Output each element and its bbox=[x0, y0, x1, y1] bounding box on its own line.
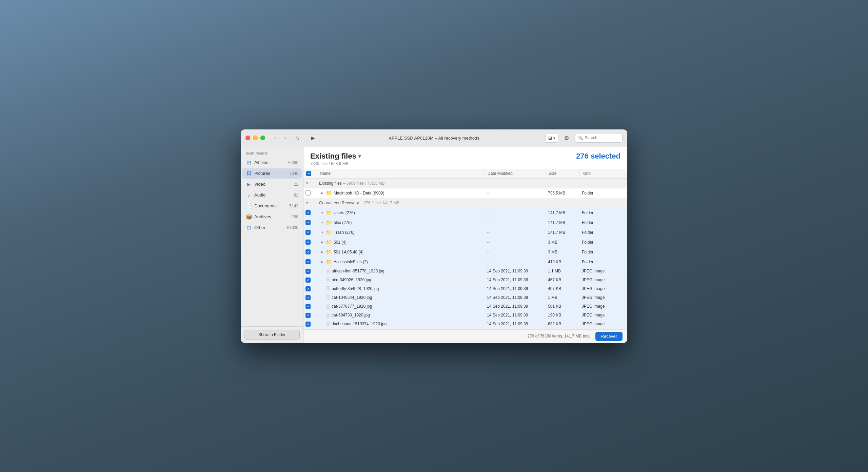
header-checkbox-cell[interactable] bbox=[303, 169, 317, 178]
header-date-modified[interactable]: Date Modified bbox=[485, 169, 546, 178]
table-row[interactable]: ≡ african-lion-951778_1920.jpg 14 Sep 20… bbox=[303, 267, 627, 276]
close-button[interactable] bbox=[245, 136, 250, 140]
row-checkbox-cell[interactable] bbox=[303, 276, 317, 284]
table-row[interactable]: ≡ dachshund-1519374_1920.jpg 14 Sep 2021… bbox=[303, 320, 627, 329]
row-checkbox[interactable] bbox=[305, 259, 311, 264]
row-checkbox-cell[interactable] bbox=[303, 189, 317, 197]
filter-button[interactable]: ⚙ bbox=[561, 133, 572, 143]
all-files-icon: ⊞ bbox=[245, 159, 252, 166]
folder-icon: 📁 bbox=[326, 210, 332, 216]
file-name: 501 14.05.48 (4) bbox=[334, 250, 363, 254]
sidebar-item-documents[interactable]: 📄 Documents 5143 bbox=[242, 201, 302, 211]
section-guaranteed-recovery[interactable]: ▼ Guaranteed Recovery – 276 files / 141,… bbox=[303, 198, 627, 208]
minimize-button[interactable] bbox=[253, 136, 258, 140]
row-checkbox[interactable] bbox=[305, 286, 311, 291]
sidebar-item-video[interactable]: ▶ Video 22 bbox=[242, 179, 302, 189]
section-existing-files[interactable]: ▼ Existing files – 6909 files / 735,5 MB bbox=[303, 179, 627, 188]
table-row[interactable]: ▾ 📁 Users (276) -- 141,7 MB Folder bbox=[303, 208, 627, 218]
row-checkbox[interactable] bbox=[305, 210, 311, 215]
row-checkbox[interactable] bbox=[305, 322, 311, 327]
row-kind: JPEG image bbox=[580, 267, 627, 275]
section-guaranteed-toggle[interactable]: ▼ bbox=[303, 200, 317, 206]
jpeg-icon: ≡ bbox=[326, 304, 330, 309]
expand-icon[interactable]: ▶ bbox=[320, 260, 324, 264]
row-checkbox[interactable] bbox=[305, 230, 311, 235]
row-checkbox-cell[interactable] bbox=[303, 218, 317, 227]
expand-icon[interactable]: ▶ bbox=[320, 250, 324, 254]
row-checkbox[interactable] bbox=[305, 220, 311, 225]
sidebar-item-audio[interactable]: ♪ Audio 82 bbox=[242, 190, 302, 200]
table-row[interactable]: ▶ 📁 Macintosh HD - Data (6909) -- 735,5 … bbox=[303, 188, 627, 198]
row-name: ▶ 📁 501 (4) bbox=[317, 238, 485, 247]
section-date bbox=[485, 182, 546, 184]
row-checkbox-cell[interactable] bbox=[303, 258, 317, 266]
fullscreen-button[interactable] bbox=[260, 136, 265, 140]
table-row[interactable]: ▾ 📁 alex (276) -- 141,7 MB Folder bbox=[303, 218, 627, 228]
row-size: 190 KB bbox=[546, 311, 580, 319]
expand-icon[interactable]: ▾ bbox=[320, 211, 324, 214]
expand-icon[interactable]: ▾ bbox=[320, 221, 324, 224]
row-checkbox[interactable] bbox=[305, 249, 311, 254]
header-size[interactable]: Size bbox=[546, 169, 580, 178]
row-checkbox-cell[interactable] bbox=[303, 238, 317, 246]
row-checkbox[interactable] bbox=[305, 278, 311, 283]
file-name: Macintosh HD - Data (6909) bbox=[334, 191, 384, 196]
row-checkbox-cell[interactable] bbox=[303, 228, 317, 237]
header-name[interactable]: Name bbox=[317, 169, 485, 178]
row-checkbox[interactable] bbox=[305, 269, 311, 274]
search-input[interactable] bbox=[585, 136, 619, 140]
row-checkbox-cell[interactable] bbox=[303, 293, 317, 302]
recover-button[interactable]: Recover bbox=[595, 332, 623, 341]
play-button[interactable]: ▶ bbox=[308, 133, 318, 143]
table-row[interactable]: ≡ cat-694730_1920.jpg 14 Sep 2021, 11:09… bbox=[303, 311, 627, 320]
nav-arrows: ‹ › bbox=[271, 134, 290, 142]
row-checkbox-cell[interactable] bbox=[303, 285, 317, 293]
table-row[interactable]: ≡ cat-1046544_1920.jpg 14 Sep 2021, 11:0… bbox=[303, 293, 627, 302]
sidebar-item-other[interactable]: ⊡ Other 63635 bbox=[242, 223, 302, 233]
row-kind: Folder bbox=[580, 209, 627, 217]
file-table[interactable]: Name Date Modified Size Kind ▼ Existing … bbox=[303, 169, 627, 329]
expand-icon[interactable]: ▶ bbox=[320, 191, 324, 195]
row-checkbox-cell[interactable] bbox=[303, 311, 317, 320]
table-row[interactable]: ▶ 📁 501 14.05.48 (4) -- 3 MB Folder bbox=[303, 247, 627, 257]
expand-icon[interactable]: ▶ bbox=[320, 240, 324, 244]
sidebar: Scan results ⊞ All files 76380 🖼 Picture… bbox=[241, 147, 303, 343]
table-row[interactable]: ▶ 📁 501 (4) -- 3 MB Folder bbox=[303, 238, 627, 247]
row-checkbox-cell[interactable] bbox=[303, 302, 317, 311]
forward-button[interactable]: › bbox=[281, 134, 290, 142]
row-checkbox[interactable] bbox=[305, 304, 311, 309]
row-checkbox-cell[interactable] bbox=[303, 320, 317, 328]
row-date: -- bbox=[485, 238, 546, 246]
row-checkbox[interactable] bbox=[305, 240, 311, 245]
row-kind: JPEG image bbox=[580, 276, 627, 284]
row-date: 14 Sep 2021, 11:09:39 bbox=[485, 267, 546, 275]
row-checkbox-cell[interactable] bbox=[303, 208, 317, 217]
sidebar-item-archives[interactable]: 📦 Archives 158 bbox=[242, 212, 302, 222]
view-toggle[interactable]: ⊞ ▾ bbox=[545, 133, 558, 143]
table-row[interactable]: ▶ 📁 AccessibleFiles (2) -- 419 KB Folder bbox=[303, 257, 627, 267]
section-existing-files-toggle[interactable]: ▼ bbox=[303, 180, 317, 186]
header-kind[interactable]: Kind bbox=[580, 169, 627, 178]
expand-icon[interactable]: ▾ bbox=[320, 230, 324, 234]
table-row[interactable]: ≡ cat-5778777_1920.jpg 14 Sep 2021, 11:0… bbox=[303, 302, 627, 311]
back-button[interactable]: ‹ bbox=[271, 134, 279, 142]
header-checkbox[interactable] bbox=[306, 171, 311, 176]
folder-icon: 📁 bbox=[326, 190, 332, 196]
sidebar-item-all-files[interactable]: ⊞ All files 76380 bbox=[242, 158, 302, 168]
row-checkbox-cell[interactable] bbox=[303, 248, 317, 256]
other-label: Other bbox=[254, 225, 285, 230]
row-name: ▶ 📁 Macintosh HD - Data (6909) bbox=[317, 188, 485, 198]
sidebar-item-pictures[interactable]: 🖼 Pictures 7340 bbox=[242, 168, 302, 179]
show-finder-button[interactable]: Show in Finder bbox=[244, 330, 300, 340]
table-row[interactable]: ▾ 📁 Trash (276) -- 141,7 MB Folder bbox=[303, 228, 627, 238]
main-layout: Scan results ⊞ All files 76380 🖼 Picture… bbox=[241, 147, 627, 343]
folder-title[interactable]: Existing files ▾ bbox=[310, 152, 361, 161]
row-checkbox-cell[interactable] bbox=[303, 267, 317, 275]
search-box[interactable]: 🔍 bbox=[575, 133, 623, 143]
row-checkbox[interactable] bbox=[305, 295, 311, 300]
table-row[interactable]: ≡ bird-349026_1920.jpg 14 Sep 2021, 11:0… bbox=[303, 276, 627, 285]
home-button[interactable]: ⌂ bbox=[292, 133, 302, 143]
row-checkbox[interactable] bbox=[305, 190, 311, 196]
row-checkbox[interactable] bbox=[305, 313, 311, 318]
table-row[interactable]: ≡ butterfly-354528_1920.jpg 14 Sep 2021,… bbox=[303, 285, 627, 293]
